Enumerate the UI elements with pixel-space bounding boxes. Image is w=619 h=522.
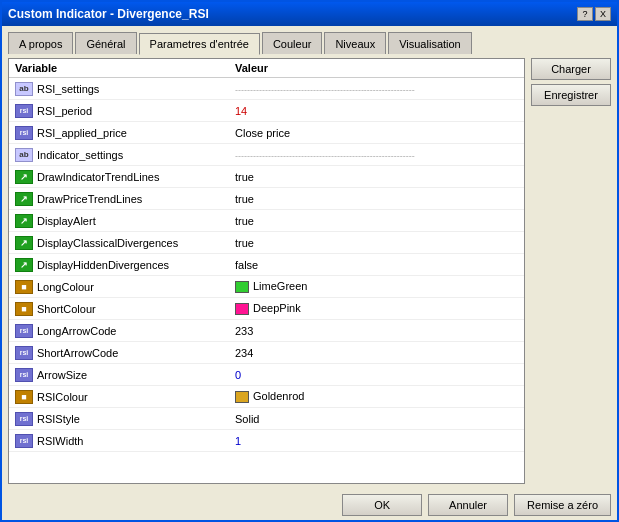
tab-niveaux[interactable]: Niveaux [324,32,386,54]
cell-value: ----------------------------------------… [235,83,518,95]
variable-name: DisplayClassicalDivergences [37,237,178,249]
table-row[interactable]: abRSI_settings--------------------------… [9,78,524,100]
cell-value: true [235,237,518,249]
close-button[interactable]: X [595,7,611,21]
variable-name: DisplayAlert [37,215,96,227]
cell-variable: rsiRSIStyle [15,412,235,426]
annuler-button[interactable]: Annuler [428,494,508,516]
main-window: Custom Indicator - Divergence_RSI ? X A … [0,0,619,522]
cell-value: true [235,193,518,205]
variable-name: RSI_settings [37,83,99,95]
table-row[interactable]: ↗DisplayClassicalDivergencestrue [9,232,524,254]
type-icon: ↗ [15,258,33,272]
cell-variable: ↗DrawPriceTrendLines [15,192,235,206]
cell-variable: ■RSIColour [15,390,235,404]
enregistrer-button[interactable]: Enregistrer [531,84,611,106]
cell-value: false [235,259,518,271]
col-valeur-header: Valeur [235,62,518,74]
type-icon: rsi [15,346,33,360]
table-row[interactable]: ■LongColourLimeGreen [9,276,524,298]
cell-variable: rsiRSIWidth [15,434,235,448]
cell-value: 0 [235,369,518,381]
table-header: Variable Valeur [9,59,524,78]
type-icon: rsi [15,104,33,118]
type-icon: ↗ [15,214,33,228]
type-icon: ab [15,148,33,162]
table-row[interactable]: rsiArrowSize0 [9,364,524,386]
table-row[interactable]: rsiRSI_applied_priceClose price [9,122,524,144]
variable-name: RSI_period [37,105,92,117]
tab-bar: A proposGénéralParametres d'entréeCouleu… [8,32,611,54]
table-row[interactable]: rsiRSIStyleSolid [9,408,524,430]
title-controls: ? X [577,7,611,21]
table-row[interactable]: abIndicator_settings--------------------… [9,144,524,166]
cell-variable: ↗DisplayHiddenDivergences [15,258,235,272]
tab-a-propos[interactable]: A propos [8,32,73,54]
variable-name: RSIWidth [37,435,83,447]
table-row[interactable]: rsiShortArrowCode234 [9,342,524,364]
type-icon: rsi [15,368,33,382]
remise-button[interactable]: Remise a zéro [514,494,611,516]
variable-name: Indicator_settings [37,149,123,161]
help-button[interactable]: ? [577,7,593,21]
table-body: abRSI_settings--------------------------… [9,78,524,483]
cell-variable: rsiRSI_applied_price [15,126,235,140]
cell-value: Goldenrod [235,390,518,403]
cell-value: LimeGreen [235,280,518,293]
tab-général[interactable]: Général [75,32,136,54]
table-row[interactable]: ↗DrawPriceTrendLinestrue [9,188,524,210]
window-title: Custom Indicator - Divergence_RSI [8,7,209,21]
tab-visualisation[interactable]: Visualisation [388,32,472,54]
variable-name: DrawPriceTrendLines [37,193,142,205]
variable-name: DrawIndicatorTrendLines [37,171,159,183]
cell-variable: abIndicator_settings [15,148,235,162]
cell-value: Solid [235,413,518,425]
type-icon: rsi [15,412,33,426]
table-row[interactable]: ↗DisplayAlerttrue [9,210,524,232]
tab-parametres-d'entrée[interactable]: Parametres d'entrée [139,33,260,55]
tab-content: Variable Valeur abRSI_settings----------… [8,58,525,484]
color-swatch [235,303,249,315]
table-row[interactable]: rsiLongArrowCode233 [9,320,524,342]
table-row[interactable]: rsiRSIWidth1 [9,430,524,452]
table-row[interactable]: ↗DisplayHiddenDivergencesfalse [9,254,524,276]
variable-name: ShortArrowCode [37,347,118,359]
type-icon: ■ [15,302,33,316]
variable-name: ArrowSize [37,369,87,381]
footer-buttons: OK Annuler Remise a zéro [2,490,617,520]
cell-variable: ↗DisplayClassicalDivergences [15,236,235,250]
side-buttons: Charger Enregistrer [531,58,611,484]
window-body: A proposGénéralParametres d'entréeCouleu… [2,26,617,490]
cell-variable: rsiLongArrowCode [15,324,235,338]
cell-value: 233 [235,325,518,337]
variable-name: LongColour [37,281,94,293]
variable-name: ShortColour [37,303,96,315]
cell-variable: rsiRSI_period [15,104,235,118]
variable-name: DisplayHiddenDivergences [37,259,169,271]
cell-variable: ■LongColour [15,280,235,294]
cell-value: 234 [235,347,518,359]
variable-name: LongArrowCode [37,325,117,337]
type-icon: ■ [15,280,33,294]
color-swatch [235,281,249,293]
title-bar: Custom Indicator - Divergence_RSI ? X [2,2,617,26]
cell-value: 1 [235,435,518,447]
ok-button[interactable]: OK [342,494,422,516]
cell-variable: ↗DrawIndicatorTrendLines [15,170,235,184]
cell-value: DeepPink [235,302,518,315]
type-icon: ↗ [15,170,33,184]
table-row[interactable]: rsiRSI_period14 [9,100,524,122]
cell-variable: ■ShortColour [15,302,235,316]
charger-button[interactable]: Charger [531,58,611,80]
cell-variable: ↗DisplayAlert [15,214,235,228]
type-icon: ↗ [15,192,33,206]
table-row[interactable]: ↗DrawIndicatorTrendLinestrue [9,166,524,188]
tab-couleur[interactable]: Couleur [262,32,323,54]
variable-name: RSIStyle [37,413,80,425]
table-row[interactable]: ■RSIColourGoldenrod [9,386,524,408]
cell-value: ----------------------------------------… [235,149,518,161]
variable-name: RSI_applied_price [37,127,127,139]
cell-value: 14 [235,105,518,117]
table-row[interactable]: ■ShortColourDeepPink [9,298,524,320]
cell-variable: abRSI_settings [15,82,235,96]
